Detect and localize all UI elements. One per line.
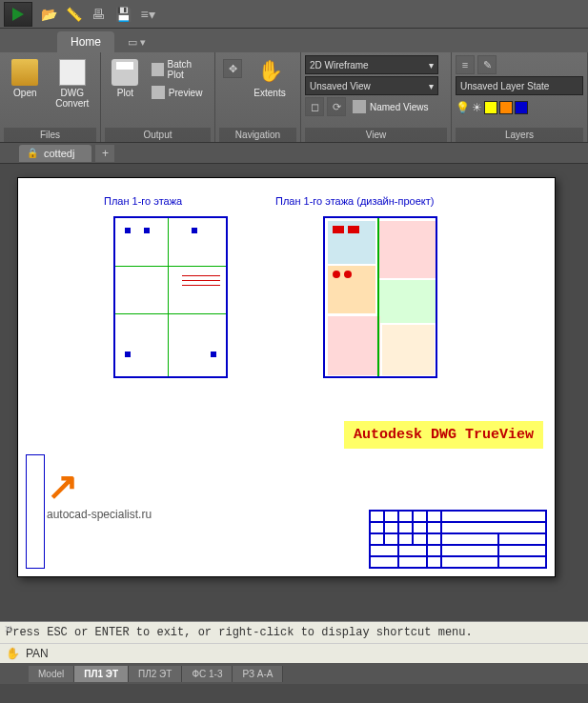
panel-files: Open DWGConvert Files (0, 52, 101, 142)
doc-tab-active[interactable]: 🔒 cottedj (19, 145, 91, 162)
title-block (369, 510, 547, 569)
ruler-icon[interactable]: 📏 (65, 6, 82, 23)
preview-icon (152, 86, 165, 99)
named-views-button[interactable]: Named Views (349, 98, 447, 115)
panel-navigation: ✥ ✋ Extents Navigation (215, 52, 301, 142)
doc-name: cottedj (44, 148, 74, 159)
panel-output: Plot Batch Plot Preview Output (101, 52, 215, 142)
bulb-icon[interactable]: 💡 (456, 101, 470, 114)
logo: ↗ autocad-specialist.ru (47, 464, 152, 521)
layout-tab-model[interactable]: Model (29, 666, 74, 682)
document-tabs: 🔒 cottedj + (0, 143, 588, 164)
preview-label: Preview (169, 88, 203, 98)
app-menu-button[interactable] (4, 2, 32, 27)
extents-button[interactable]: ✋ Extents (248, 55, 292, 128)
layers-icon[interactable]: ≡▾ (139, 6, 156, 23)
close-icon[interactable]: ✕ (4, 623, 12, 635)
floorplan-2 (323, 216, 437, 378)
panel-layers-title: Layers (456, 128, 583, 142)
floorplan-1 (113, 216, 228, 378)
swatch-orange[interactable] (499, 101, 513, 114)
panel-nav-title: Navigation (219, 128, 296, 142)
visual-style-dropdown[interactable]: 2D Wireframe▾ (305, 55, 438, 74)
open-icon[interactable]: 📂 (40, 6, 57, 23)
layout-tab-2[interactable]: ПЛ2 ЭТ (129, 666, 182, 682)
panel-files-title: Files (4, 128, 96, 142)
add-tab-button[interactable]: + (95, 145, 114, 162)
preview-button[interactable]: Preview (148, 84, 211, 101)
ribbon: Open DWGConvert Files Plot Batch Plot Pr… (0, 52, 588, 143)
command-area: ✕ Press ESC or ENTER to exit, or right-c… (0, 621, 588, 663)
layout-tabs: Model ПЛ1 ЭТ ПЛ2 ЭТ ФС 1-3 РЗ А-А (0, 663, 588, 684)
layer-state-value: Unsaved Layer State (460, 81, 549, 91)
chevron-down-icon: ▾ (429, 81, 434, 91)
side-title-block (26, 454, 45, 569)
pan-hand-icon: ✋ (6, 647, 20, 660)
named-label: Named Views (370, 102, 429, 112)
style-value: 2D Wireframe (310, 60, 369, 70)
plot-button[interactable]: Plot (105, 55, 146, 128)
paper-sheet: План 1-го этажа План 1-го этажа (дизайн-… (17, 177, 556, 577)
app-logo-icon (12, 8, 24, 21)
nav-btn-1[interactable]: ✥ (223, 59, 242, 78)
layer-swatches: 💡 ☀ (456, 97, 583, 114)
save-icon[interactable]: 💾 (114, 6, 132, 23)
folder-icon (11, 59, 38, 86)
extents-label: Extents (253, 88, 285, 98)
sun-icon[interactable]: ☀ (472, 101, 482, 114)
saved-value: Unsaved View (310, 81, 371, 91)
lock-icon: 🔒 (27, 148, 38, 158)
tab-home[interactable]: Home (57, 31, 114, 52)
panel-output-title: Output (105, 128, 211, 142)
ribbon-tab-strip: Home ▭ ▾ (0, 29, 588, 52)
open-label: Open (13, 88, 36, 98)
quick-access-toolbar: 📂 📏 🖶 💾 ≡▾ (0, 0, 588, 29)
plan-title-2: План 1-го этажа (дизайн-проект) (275, 195, 434, 207)
dwg-convert-button[interactable]: DWGConvert (49, 55, 96, 128)
layout-tab-4[interactable]: РЗ А-А (233, 666, 283, 682)
view-sq1[interactable]: ◻ (305, 97, 324, 116)
watermark-text: Autodesk DWG TrueView (344, 421, 543, 449)
layer-b1[interactable]: ≡ (456, 55, 475, 74)
plot-label: Plot (117, 88, 133, 98)
layer-state-dropdown[interactable]: Unsaved Layer State (456, 76, 583, 95)
swatch-yellow[interactable] (484, 101, 497, 114)
drawing-canvas[interactable]: План 1-го этажа План 1-го этажа (дизайн-… (0, 164, 588, 621)
command-input[interactable]: ✋ PAN (0, 643, 588, 663)
swatch-blue[interactable] (515, 101, 528, 114)
hand-icon: ✋ (256, 59, 283, 86)
command-history: Press ESC or ENTER to exit, or right-cli… (0, 621, 588, 643)
logo-arrow-icon: ↗ (47, 464, 152, 508)
printer-icon (112, 59, 138, 86)
named-icon (353, 100, 366, 113)
saved-view-dropdown[interactable]: Unsaved View▾ (305, 76, 438, 95)
view-sq2[interactable]: ⟳ (327, 97, 346, 116)
plan-title-1: План 1-го этажа (104, 195, 182, 207)
panel-layers: ≡✎ Unsaved Layer State 💡 ☀ Layers (452, 52, 588, 142)
layout-tab-3[interactable]: ФС 1-3 (182, 666, 233, 682)
tab-extra[interactable]: ▭ ▾ (114, 32, 159, 52)
batch-icon (152, 63, 164, 76)
batch-label: Batch Plot (168, 59, 207, 80)
open-button[interactable]: Open (4, 55, 47, 128)
print-icon[interactable]: 🖶 (90, 6, 107, 23)
chevron-down-icon: ▾ (429, 60, 434, 70)
layer-b2[interactable]: ✎ (477, 55, 497, 74)
panel-view: 2D Wireframe▾ Unsaved View▾ ◻ ⟳ Named Vi… (301, 52, 452, 142)
command-current: PAN (26, 647, 49, 660)
document-icon (59, 59, 86, 86)
panel-view-title: View (305, 128, 447, 142)
batch-plot-button[interactable]: Batch Plot (148, 57, 211, 82)
logo-url: autocad-specialist.ru (47, 508, 152, 521)
layout-tab-1[interactable]: ПЛ1 ЭТ (74, 666, 129, 682)
convert-label: DWGConvert (55, 88, 89, 109)
